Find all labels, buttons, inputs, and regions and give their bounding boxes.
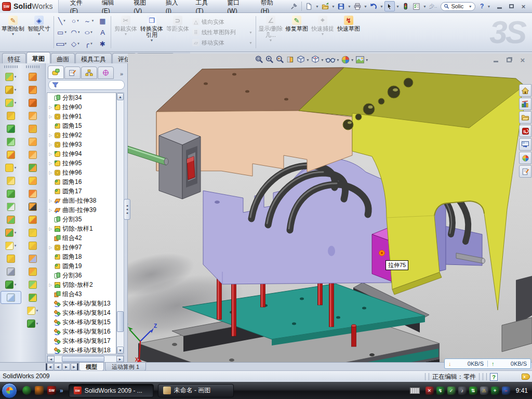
tree-item[interactable]: 圆角19 — [47, 261, 116, 271]
extruded-cut-button[interactable]: ▼ — [1, 83, 21, 96]
tray-shield-alert-icon[interactable]: ✕ — [425, 387, 434, 395]
expander-icon[interactable]: ▷ — [48, 152, 52, 156]
dropdown-icon[interactable]: ▼ — [36, 309, 39, 312]
tree-item[interactable]: ▷拉伸93 — [47, 140, 116, 149]
sketch-button[interactable]: ✎草图绘制▼ — [0, 13, 26, 51]
new-icon[interactable] — [304, 1, 314, 11]
select-dropdown-icon[interactable]: ▼ — [395, 1, 400, 11]
prev-tab-button[interactable]: ◄ — [54, 363, 62, 370]
replace-face-button[interactable] — [22, 213, 43, 226]
instant3d-button[interactable] — [1, 291, 21, 304]
expander-icon[interactable]: ▷ — [48, 142, 52, 147]
toolbar-overflow-item[interactable]: 少.. — [428, 3, 439, 10]
reference-point-button[interactable]: ▼ — [1, 239, 21, 252]
hscrollbar-thumb[interactable] — [62, 356, 104, 362]
tree-item[interactable]: ▷曲面-拉伸38 — [47, 196, 116, 205]
tab-特征[interactable]: 特征 — [2, 53, 26, 63]
point-tool[interactable]: ✱ — [96, 38, 109, 49]
side-block-right[interactable] — [502, 276, 532, 352]
rebuild-icon[interactable] — [401, 1, 411, 11]
tree-item[interactable]: ▷拉伸95 — [47, 158, 116, 168]
tree-item[interactable]: ▷拉伸96 — [47, 168, 116, 177]
draft-button[interactable] — [1, 187, 21, 200]
scroll-up-button[interactable]: ▲ — [117, 93, 124, 100]
text-tool[interactable]: A — [96, 27, 109, 38]
dropdown-icon[interactable]: ▼ — [14, 231, 17, 234]
dropdown-icon[interactable]: ▼ — [321, 32, 325, 36]
reference-point2-button[interactable]: ▼ — [22, 304, 43, 317]
tray-volume-icon[interactable]: ♪ — [458, 387, 467, 395]
help-dropdown-icon[interactable]: ▼ — [487, 1, 491, 11]
surface-loft-button[interactable] — [22, 109, 43, 122]
task-button-sw[interactable]: SWSolidWorks 2009 - ... — [69, 384, 154, 397]
appearances-button[interactable]: ▼ — [341, 55, 354, 64]
tree-item[interactable]: ▷拉伸90 — [47, 102, 116, 112]
expander-icon[interactable]: ▷ — [48, 161, 52, 166]
curve2-button[interactable]: ▼ — [22, 317, 43, 330]
save-icon[interactable] — [336, 1, 347, 11]
reference-axis-button[interactable] — [1, 265, 21, 278]
dropdown-icon[interactable]: ▼ — [11, 32, 15, 36]
view-palette-tab[interactable] — [519, 138, 531, 151]
tree-item[interactable]: 圆角17 — [47, 187, 116, 196]
polygon-tool[interactable]: ◇▼ — [69, 38, 82, 49]
knit-surface-button[interactable] — [22, 265, 43, 278]
section-view-button[interactable] — [286, 55, 295, 64]
graphics-viewport[interactable]: Y Z X ▼▼▼▼▼ × S 拉伸75 — [128, 54, 532, 362]
quicklaunch-security-icon[interactable] — [35, 386, 44, 395]
quick-tips-icon[interactable]: ? — [490, 373, 498, 381]
tree-item[interactable]: 分割36 — [47, 271, 116, 280]
extruded-boss-button[interactable]: ▼ — [1, 70, 21, 83]
split-button[interactable] — [1, 200, 21, 213]
solidworks-resources-tab[interactable]: S — [519, 125, 531, 137]
print-dropdown-icon[interactable]: ▼ — [363, 1, 368, 11]
dropdown-icon[interactable]: ▼ — [14, 283, 17, 286]
view-orientation-button[interactable]: ▼ — [311, 55, 324, 64]
toolbar-grip[interactable] — [26, 65, 39, 68]
tree-item[interactable]: 组合43 — [47, 289, 116, 299]
tree-item[interactable]: 分割34 — [47, 93, 116, 102]
surface-boundary-button[interactable] — [22, 122, 43, 135]
help-button[interactable]: ? — [477, 1, 487, 11]
search-dropdown-icon[interactable]: ▼ — [469, 5, 472, 8]
tray-transfer-icon[interactable]: ⇅ — [469, 387, 477, 395]
dropdown-icon[interactable]: ▼ — [14, 101, 17, 104]
dropdown-icon[interactable]: ▼ — [249, 41, 252, 45]
linear-pattern-button[interactable]: ▼ — [1, 161, 21, 174]
expander-icon[interactable]: ▷ — [48, 170, 52, 175]
surface-planar-button[interactable] — [22, 148, 43, 161]
doc-restore-button[interactable] — [505, 57, 513, 63]
dropdown-icon[interactable]: ▼ — [14, 166, 17, 169]
file-explorer-tab[interactable] — [519, 111, 531, 124]
panel-splitter-handle[interactable]: ◄◄◄ — [124, 199, 130, 220]
scrollbar-thumb[interactable] — [117, 311, 124, 332]
reference-plane-button[interactable] — [1, 252, 21, 265]
lofted-boss-button[interactable] — [1, 122, 21, 135]
expander-icon[interactable]: ▷ — [48, 227, 52, 231]
appearances-pane-tab[interactable] — [519, 152, 531, 164]
zoom-area-button[interactable] — [265, 55, 274, 64]
scene-button[interactable]: ▼ — [355, 55, 369, 64]
pin-icon[interactable] — [289, 1, 299, 11]
open-dropdown-icon[interactable]: ▼ — [331, 1, 336, 11]
quicklaunch-expand-icon[interactable]: » — [60, 387, 63, 394]
tree-item[interactable]: ▷拉伸91 — [47, 112, 116, 121]
extend-surface-button[interactable] — [22, 226, 43, 239]
slot-tool[interactable]: ▭▼ — [56, 38, 69, 49]
tree-filter-box[interactable] — [48, 80, 125, 90]
tab-模具工具[interactable]: 模具工具 — [75, 53, 112, 63]
tree-item[interactable]: 实体-移动/复制18 — [47, 345, 116, 354]
restore-button[interactable] — [507, 3, 516, 10]
tree-horizontal-scrollbar[interactable]: ◄ ► — [47, 355, 124, 363]
dropdown-icon[interactable]: ▼ — [124, 32, 128, 36]
tray-shield-plus-icon[interactable]: + — [491, 387, 499, 395]
scroll-right-button[interactable]: ► — [116, 356, 124, 362]
next-tab-button[interactable]: ► — [62, 363, 70, 370]
home-tab[interactable] — [519, 84, 531, 97]
dimension-button[interactable]: ◈智能尺寸▼ — [26, 13, 52, 51]
dropdown-icon[interactable]: ▼ — [249, 31, 252, 34]
tree-item[interactable]: 实体-移动/复制13 — [47, 299, 116, 308]
fillet-button[interactable]: ▼ — [1, 96, 21, 109]
expander-icon[interactable]: ▷ — [48, 133, 52, 138]
surface-extrude-button[interactable] — [22, 70, 43, 83]
